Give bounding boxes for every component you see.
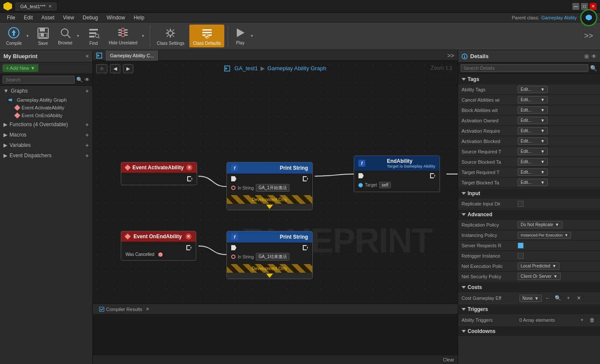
section-input-header[interactable]: Input	[458, 188, 600, 199]
hide-unrelated-btn-group[interactable]: Hide Unrelated ▼	[106, 25, 146, 47]
replication-policy-dropdown[interactable]: Do Not Replicate▼	[518, 221, 562, 228]
activation-require-dropdown[interactable]: Edit...▼	[518, 127, 548, 134]
browse-btn[interactable]: Browse	[56, 25, 75, 47]
section-variables[interactable]: ▶ Variables +	[0, 140, 92, 150]
cost-search-btn[interactable]: 🔍	[554, 294, 562, 302]
net-security-dropdown[interactable]: Client Or Server▼	[518, 273, 561, 280]
event-dispatchers-add-btn[interactable]: +	[85, 152, 89, 159]
profile-icon[interactable]	[580, 9, 597, 26]
section-costs-header[interactable]: Costs	[458, 282, 600, 292]
cancel-abilities-dropdown[interactable]: Edit...▼	[518, 96, 548, 103]
section-tags-header[interactable]: Tags	[458, 74, 600, 84]
compile-arrow[interactable]: ▼	[25, 25, 31, 47]
variables-add-btn[interactable]: +	[85, 142, 89, 149]
compiler-tab-item[interactable]: Compiler Results ✕	[97, 307, 151, 312]
play-btn-group[interactable]: Play ▼	[232, 25, 255, 47]
class-defaults-btn[interactable]: Class Defaults	[189, 25, 224, 47]
breadcrumb-ga-test1[interactable]: GA_test1	[235, 65, 258, 72]
functions-add-btn[interactable]: +	[85, 121, 89, 128]
triggers-delete-btn[interactable]: 🗑	[588, 316, 597, 324]
canvas-bookmark-btn[interactable]: ☆	[96, 64, 107, 73]
compiler-tab-close[interactable]: ✕	[146, 307, 149, 311]
play-btn[interactable]: Play	[232, 25, 249, 47]
toolbar-expand-btn[interactable]: >>	[581, 31, 597, 40]
section-advanced-header[interactable]: Advanced	[458, 209, 600, 220]
blueprint-canvas[interactable]: ☆ ◀ ▶ GA_test1 ▶ Gameplay Ability Graph …	[93, 61, 458, 304]
gameplay-ability-graph-item[interactable]: Gameplay Ability Graph	[0, 96, 92, 104]
play-arrow[interactable]: ▼	[249, 25, 255, 47]
details-eye-btn[interactable]: 👁	[591, 53, 597, 59]
browse-arrow[interactable]: ▼	[75, 25, 81, 47]
event-onend-item[interactable]: Event OnEndAbility	[0, 112, 92, 119]
add-new-btn[interactable]: + Add New ▼	[3, 64, 38, 72]
graph-tab-active[interactable]: Gameplay Ability C...	[106, 50, 159, 61]
source-blocked-dropdown[interactable]: Edit...▼	[518, 158, 548, 165]
breadcrumb-graph-name[interactable]: Gameplay Ability Graph	[267, 65, 327, 72]
section-event-dispatchers[interactable]: ▶ Event Dispatchers +	[0, 150, 92, 161]
cost-add-btn[interactable]: +	[564, 294, 573, 302]
class-settings-btn[interactable]: Class Settings	[154, 25, 188, 47]
maximize-btn[interactable]: □	[581, 3, 588, 10]
section-graphs[interactable]: ▼ Graphs +	[0, 86, 92, 96]
details-table-view-btn[interactable]: ⊞	[584, 53, 589, 59]
target-value[interactable]: self	[379, 182, 391, 188]
browse-btn-group[interactable]: Browse ▼	[56, 25, 81, 47]
cost-delete-btn[interactable]: ✕	[575, 294, 583, 302]
event-activate-item[interactable]: Event ActivateAbility	[0, 104, 92, 112]
tab-close-btn[interactable]: ✕	[48, 4, 52, 9]
details-search-input[interactable]	[461, 64, 588, 72]
in-string-value-1[interactable]: GA_1开始激活	[256, 184, 289, 192]
close-btn[interactable]: ✕	[590, 3, 597, 10]
replicate-input-checkbox[interactable]	[518, 201, 524, 207]
source-required-dropdown[interactable]: Edit...▼	[518, 148, 548, 155]
in-string-value-2[interactable]: GA_1结束激活	[256, 253, 289, 261]
block-abilities-dropdown[interactable]: Edit...▼	[518, 106, 548, 114]
node-print-string-1[interactable]: f Print String In String GA_1开始激活 Dev	[226, 162, 313, 210]
clear-btn[interactable]: Clear	[443, 357, 454, 362]
activation-blocked-dropdown[interactable]: Edit...▼	[518, 137, 548, 145]
left-search-input[interactable]	[3, 76, 75, 84]
net-execution-dropdown[interactable]: Local Predicted▼	[518, 262, 559, 270]
menu-view[interactable]: View	[59, 14, 79, 22]
compile-btn-group[interactable]: Compile ▼	[3, 25, 31, 47]
event-activate-close-btn[interactable]: ✕	[186, 165, 192, 171]
graphs-add-btn[interactable]: +	[85, 87, 89, 94]
section-macros[interactable]: ▶ Macros +	[0, 130, 92, 140]
menu-debug[interactable]: Debug	[79, 14, 102, 22]
node-event-activate[interactable]: Event ActivateAbility ✕	[121, 162, 197, 185]
activation-owned-dropdown[interactable]: Edit...▼	[518, 117, 548, 124]
canvas-back-btn[interactable]: ◀	[110, 64, 120, 73]
triggers-add-btn[interactable]: +	[578, 316, 586, 324]
cost-gameplay-eff-dropdown[interactable]: None▼	[519, 295, 542, 302]
menu-window[interactable]: Window	[102, 14, 129, 22]
instancing-policy-dropdown[interactable]: Instanced Per Execution▼	[518, 232, 571, 239]
cost-arrow-left-btn[interactable]: ←	[543, 294, 552, 302]
ability-tags-dropdown[interactable]: Edit...▼	[518, 86, 548, 93]
section-cooldowns-header[interactable]: Cooldowns	[458, 326, 600, 336]
retrigger-instance-checkbox[interactable]	[518, 253, 524, 259]
section-functions[interactable]: ▶ Functions (4 Overridable) +	[0, 119, 92, 130]
hide-unrelated-btn[interactable]: Hide Unrelated	[106, 25, 140, 47]
compile-btn[interactable]: Compile	[3, 25, 25, 47]
server-respects-checkbox[interactable]	[518, 243, 524, 249]
hide-unrelated-arrow[interactable]: ▼	[140, 25, 146, 47]
node-event-onend[interactable]: Event OnEndAbility ✕ Was Cancelled	[121, 231, 196, 261]
menu-asset[interactable]: Asset	[37, 14, 59, 22]
blueprint-close-btn[interactable]: ✕	[85, 54, 89, 59]
left-filter-btn[interactable]: 👁	[85, 77, 90, 83]
main-tab[interactable]: GA_test1*** ✕	[16, 3, 57, 10]
menu-file[interactable]: File	[3, 14, 19, 22]
event-onend-close-btn[interactable]: ✕	[185, 233, 192, 240]
target-blocked-dropdown[interactable]: Edit...▼	[518, 179, 548, 186]
graph-tab-more-btn[interactable]: >>	[444, 52, 458, 59]
menu-edit[interactable]: Edit	[19, 14, 37, 22]
macros-add-btn[interactable]: +	[85, 131, 89, 138]
section-triggers-header[interactable]: Triggers	[458, 304, 600, 314]
save-btn[interactable]: Save	[32, 25, 54, 47]
details-search-btn[interactable]: 🔍	[590, 65, 597, 72]
target-required-dropdown[interactable]: Edit...▼	[518, 168, 548, 176]
find-btn[interactable]: Find	[83, 25, 104, 47]
minimize-btn[interactable]: —	[572, 3, 579, 10]
left-search-btn[interactable]: 🔍	[76, 77, 83, 83]
node-end-ability[interactable]: f EndAbility Target is Gameplay Ability …	[354, 156, 440, 192]
